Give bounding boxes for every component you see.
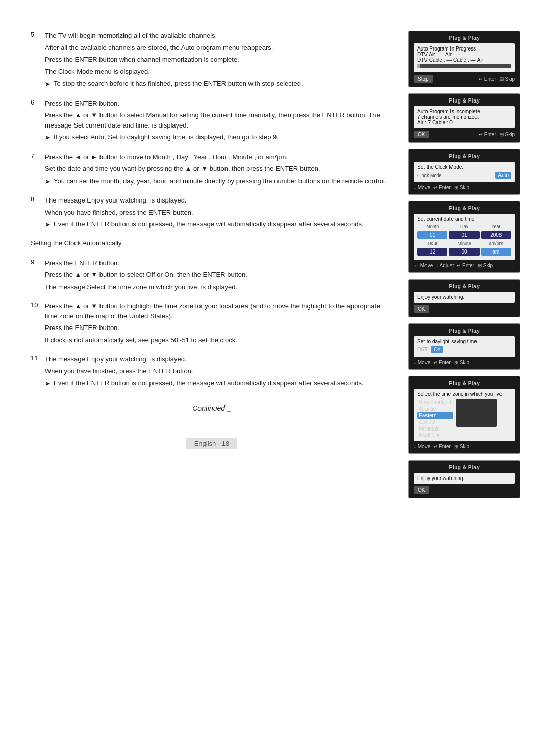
tv-box-1-btn-row: Stop ↵ Enter ⊞ Skip xyxy=(414,75,515,83)
tv-box-4-grid-row2: 12 00 am xyxy=(417,248,511,256)
tv-box-4-ampm-val: am xyxy=(481,248,511,256)
tv-tz-atlantic: Atlantic xyxy=(417,406,453,412)
tv-box-5: Plug & Play Enjoy your watching. OK xyxy=(408,279,520,317)
tv-box-5-line1: Enjoy your watching. xyxy=(417,294,511,300)
tv-box-4-nav-enter: ↵ Enter xyxy=(457,263,474,268)
tv-box-8-line1: Enjoy your watching. xyxy=(417,475,511,481)
tv-box-4-header-minute: Minute xyxy=(449,241,479,246)
tv-box-1-title: Plug & Play xyxy=(414,35,515,41)
step-5-sub-3: The Clock Mode menu is displayed. xyxy=(45,67,393,77)
tv-box-4-header-hour: Hour xyxy=(417,241,447,246)
tv-tz-eastern: Eastern xyxy=(417,412,453,419)
tv-box-6-nav-enter: ↵ Enter xyxy=(433,360,451,365)
tv-tz-pacific: Pacific ▼ xyxy=(417,432,453,439)
step-8-block: 8 The message Enjoy your watching. is di… xyxy=(31,195,393,230)
tv-box-2-line3: Air : 7 Cable : 0 xyxy=(417,120,511,125)
step-11-arrow-1: ➤ Even if the ENTER button is not presse… xyxy=(45,378,393,389)
step-11-num: 11 xyxy=(31,354,40,364)
tv-tz-newfoundland: Newfoundland xyxy=(417,399,453,406)
tv-box-3-mode-value: Auto xyxy=(495,172,511,179)
step-9-num: 9 xyxy=(31,258,40,268)
tv-box-2-nav-enter: ↵ Enter xyxy=(479,132,496,137)
tv-box-4-year-val: 2006 xyxy=(481,231,511,239)
right-column: Plug & Play Auto Program in Progress. DT… xyxy=(408,31,520,498)
tv-box-2-line1: Auto Program is incomplete. xyxy=(417,109,511,114)
tv-box-4-nav-skip: ⊞ Skip xyxy=(478,263,493,268)
tv-box-7-map xyxy=(456,399,497,427)
tv-box-8-title: Plug & Play xyxy=(414,465,515,470)
tv-box-3-nav-move: ↕ Move xyxy=(414,185,430,190)
step-5-sub-1: After all the available channels are sto… xyxy=(45,43,393,53)
step-10-block: 10 Press the ▲ or ▼ button to highlight … xyxy=(31,301,393,345)
tv-box-3-nav: ↕ Move ↵ Enter ⊞ Skip xyxy=(414,185,469,190)
tv-box-4-hour-val: 12 xyxy=(417,248,447,256)
step-11-sub-1: When you have finished, press the ENTER … xyxy=(45,366,393,376)
tv-box-7-nav: ↕ Move ↵ Enter ⊞ Skip xyxy=(414,444,469,449)
tv-box-4-header-day: Day xyxy=(449,224,479,229)
step-8-sub-1: When you have finished, press the ENTER … xyxy=(45,208,393,218)
step-5-sub-2: Press the ENTER button when channel memo… xyxy=(45,55,393,65)
arrow-symbol-4: ➤ xyxy=(45,220,51,230)
tv-box-4-nav-row: ↔ Move ↕ Adjust ↵ Enter ⊞ Skip xyxy=(414,263,515,268)
tv-box-2-inner: Auto Program is incomplete. 7 channels a… xyxy=(414,106,515,128)
tv-box-4-grid-row1: 01 01 2006 xyxy=(417,231,511,239)
tv-box-4-nav-move: ↔ Move xyxy=(414,263,433,268)
tv-box-8-ok-btn: OK xyxy=(414,486,429,494)
step-9-sub-2: The message Select the time zone in whic… xyxy=(45,282,393,292)
tv-box-7-tz-list: Newfoundland Atlantic Eastern Central Mo… xyxy=(417,399,453,439)
tv-box-5-btn-row: OK xyxy=(414,305,515,313)
section-heading-block: Setting the Clock Automatically xyxy=(31,239,393,249)
tv-box-6-nav-move: ↕ Move xyxy=(414,360,430,365)
tv-box-4-header-month: Month xyxy=(417,224,447,229)
step-5-main: The TV will begin memorizing all of the … xyxy=(45,31,393,41)
step-5-block: 5 The TV will begin memorizing all of th… xyxy=(31,31,393,89)
step-5-num: 5 xyxy=(31,31,40,41)
step-8-main: The message Enjoy your watching. is disp… xyxy=(45,195,393,206)
step-9-main: Press the ENTER button. xyxy=(45,258,393,268)
tv-box-6-inner: Set to daylight saving time. DST On xyxy=(414,336,515,357)
step-7-sub-1: Set the date and time you want by pressi… xyxy=(45,164,393,174)
tv-box-1-nav-skip: ⊞ Skip xyxy=(499,76,515,82)
tv-box-6-line1: Set to daylight saving time. xyxy=(417,339,511,344)
tv-box-4-grid-headers2: Hour Minute am/pm xyxy=(417,241,511,246)
step-10-sub-1: Press the ENTER button. xyxy=(45,323,393,333)
step-9-sub-1: Press the ▲ or ▼ button to select Off or… xyxy=(45,270,393,280)
step-10-main: Press the ▲ or ▼ button to highlight the… xyxy=(45,301,393,321)
step-6-main: Press the ENTER button. xyxy=(45,98,393,109)
tv-box-2: Plug & Play Auto Program is incomplete. … xyxy=(408,93,520,143)
tv-box-4-nav-adjust: ↕ Adjust xyxy=(436,263,454,268)
tv-progress-fill-1 xyxy=(417,64,420,68)
left-column: 5 The TV will begin memorizing all of th… xyxy=(31,31,393,449)
step-6-arrow-1: ➤ If you select Auto, Set to daylight sa… xyxy=(45,132,393,143)
section-heading: Setting the Clock Automatically xyxy=(31,239,121,247)
arrow-symbol-3: ➤ xyxy=(45,177,51,187)
tv-box-4-header-ampm: am/pm xyxy=(481,241,511,246)
tv-box-6: Plug & Play Set to daylight saving time.… xyxy=(408,323,520,370)
tv-box-8-inner: Enjoy your watching. xyxy=(414,473,515,484)
tv-box-7-tz-wrap: Newfoundland Atlantic Eastern Central Mo… xyxy=(417,399,511,439)
step-7-block: 7 Press the ◄ or ► button to move to Mon… xyxy=(31,152,393,187)
tv-box-1-line1: Auto Program in Progress. xyxy=(417,46,511,52)
tv-box-7-inner: Select the time zone in which you live. … xyxy=(414,389,515,441)
tv-box-7-nav-move: ↕ Move xyxy=(414,444,430,449)
tv-box-8: Plug & Play Enjoy your watching. OK xyxy=(408,460,520,498)
tv-tz-central: Central xyxy=(417,419,453,425)
step-7-arrow-text: You can set the month, day, year, hour, … xyxy=(54,176,387,187)
step-10-sub-2: If clock is not automatically set, see p… xyxy=(45,335,393,345)
step-5-arrow-1: ➤ To stop the search before it has finis… xyxy=(45,79,393,89)
tv-box-6-nav-row: ↕ Move ↵ Enter ⊞ Skip xyxy=(414,360,515,365)
tv-box-6-dst-label: DST xyxy=(417,347,428,352)
tv-box-4-month-val: 01 xyxy=(417,231,447,239)
tv-box-1-inner: Auto Program in Progress. DTV Air : — Ai… xyxy=(414,43,515,72)
tv-box-7-nav-row: ↕ Move ↵ Enter ⊞ Skip xyxy=(414,444,515,449)
tv-box-2-ok-btn: OK xyxy=(414,131,429,138)
tv-box-3-mode-label: Clock Mode xyxy=(417,173,442,178)
tv-box-7-title: Plug & Play xyxy=(414,381,515,386)
tv-box-2-line2: 7 channels are memorized. xyxy=(417,114,511,120)
tv-box-3-mode-row: Clock Mode Auto xyxy=(417,172,511,179)
tv-box-6-nav-skip: ⊞ Skip xyxy=(454,360,469,365)
tv-box-2-nav: ↵ Enter ⊞ Skip xyxy=(479,132,515,137)
page-layout: 5 The TV will begin memorizing all of th… xyxy=(31,31,520,498)
step-7-arrow-1: ➤ You can set the month, day, year, hour… xyxy=(45,176,393,187)
tv-box-4-line1: Set current date and time xyxy=(417,216,511,222)
